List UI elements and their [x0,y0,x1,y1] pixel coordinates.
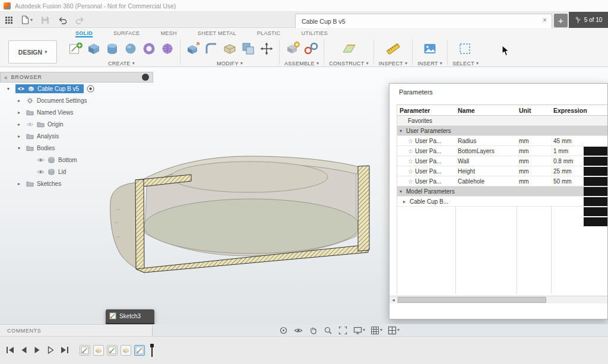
favorite-star-icon[interactable]: ☆ [408,148,413,154]
param-name[interactable]: BottomLayers [455,146,517,156]
eye-icon[interactable] [37,169,45,175]
file-menu-icon[interactable]: ▾ [21,15,33,24]
app-grid-icon[interactable] [5,16,13,24]
chevron-down-icon[interactable]: ▾ [400,189,404,194]
new-tab-button[interactable]: + [554,14,568,27]
browser-item-label[interactable]: Cable Cup B v5 [37,86,79,92]
extrude-button[interactable] [86,41,102,58]
timeline-position-marker[interactable] [150,344,154,357]
fillet-button[interactable] [204,41,219,58]
tab-sheet-metal[interactable]: SHEET METAL [198,30,236,37]
param-expression[interactable]: 45 mm [551,136,607,145]
eye-off-icon[interactable] [26,121,34,128]
browser-item-label[interactable]: Sketches [37,181,61,187]
tab-close-icon[interactable]: × [543,16,547,24]
param-name[interactable]: Cablehole [455,176,517,186]
browser-header[interactable]: « BROWSER [0,72,153,83]
expander-icon[interactable]: ▸ [18,98,23,103]
document-tab[interactable]: Cable Cup B v5 × [295,14,552,28]
minimize-browser-icon[interactable] [142,74,149,81]
table-row-height[interactable]: ☆User Pa... Height mm 25 mm [397,166,607,176]
column-header-unit[interactable]: Unit [517,105,551,115]
expander-icon[interactable]: ▸ [18,181,23,186]
tab-mesh[interactable]: MESH [161,30,177,37]
table-row-cable-cup[interactable]: ▸Cable Cup B... [397,197,607,207]
browser-row-sketches[interactable]: ▸ Sketches [0,178,153,189]
version-badge[interactable]: 5 of 10 [569,12,608,28]
step-back-button[interactable] [20,346,28,355]
activate-radio-icon[interactable] [87,85,94,93]
joint-button[interactable] [303,41,319,58]
param-name[interactable]: Wall [455,156,517,166]
table-row-wall[interactable]: ☆User Pa... Wall mm 0.8 mm [397,156,607,166]
group-label-inspect[interactable]: INSPECT▾ [379,61,407,67]
param-name[interactable]: Radius [455,136,517,145]
construction-plane-button[interactable] [341,41,357,58]
orbit-icon[interactable] [279,325,289,335]
workspace-selector[interactable]: DESIGN ▾ [8,40,57,64]
redo-icon[interactable] [75,16,85,24]
revolve-button[interactable] [104,41,120,58]
eye-icon[interactable] [17,86,25,92]
tab-plastic[interactable]: PLASTIC [257,30,281,37]
undo-icon[interactable] [58,16,67,24]
favorite-star-icon[interactable]: ☆ [408,168,413,175]
press-pull-button[interactable] [185,41,201,58]
zoom-icon[interactable] [324,325,333,335]
group-label-insert[interactable]: INSERT▾ [417,61,442,67]
new-component-button[interactable] [285,41,300,58]
timeline-extrude1-icon[interactable] [93,345,104,356]
expander-icon[interactable]: ▾ [18,145,23,151]
favorite-star-icon[interactable]: ☆ [408,138,413,144]
group-label-construct[interactable]: CONSTRUCT▾ [329,61,369,67]
param-name[interactable]: Height [455,166,517,176]
move-button[interactable] [259,41,274,58]
fit-icon[interactable] [338,325,348,335]
tab-solid[interactable]: SOLID [75,30,93,37]
group-label-assemble[interactable]: ASSEMBLE▾ [284,61,319,67]
browser-row-root[interactable]: ▾ Cable Cup B v5 [0,83,153,94]
combine-button[interactable] [240,41,256,58]
table-row-bottomlayers[interactable]: ☆User Pa... BottomLayers mm 1 mm [397,146,607,156]
expander-icon[interactable]: ▸ [18,110,23,115]
chevron-right-icon[interactable]: ▸ [403,199,408,204]
table-row-favorites[interactable]: Favorites [397,116,607,126]
browser-item-label[interactable]: Named Views [37,109,74,116]
column-header-parameter[interactable]: Parameter [397,105,455,115]
expander-icon[interactable]: ▾ [7,86,12,91]
table-row-cablehole[interactable]: ☆User Pa... Cablehole mm 50 mm [397,176,607,186]
chevron-down-icon[interactable]: ▾ [400,128,404,134]
browser-row-document-settings[interactable]: ▸ Document Settings [0,94,153,106]
favorite-star-icon[interactable]: ☆ [408,158,413,164]
sphere-button[interactable] [123,41,138,58]
favorite-star-icon[interactable]: ☆ [408,178,413,185]
table-row-radius[interactable]: ☆User Pa... Radius mm 45 mm [397,136,607,146]
browser-item-label[interactable]: Document Settings [37,97,87,104]
tab-surface[interactable]: SURFACE [113,30,140,37]
grid-settings-button[interactable]: ▾ [370,326,382,335]
insert-image-button[interactable] [422,41,438,58]
browser-item-label[interactable]: Lid [58,169,66,175]
go-to-start-button[interactable] [6,346,14,355]
group-label-select[interactable]: SELECT▾ [452,61,479,67]
save-icon[interactable] [41,16,49,24]
browser-item-label[interactable]: Bottom [58,157,77,163]
eye-icon[interactable] [37,157,45,163]
timeline-sketch1-icon[interactable] [80,345,90,356]
collapse-panel-icon[interactable]: « [4,74,8,81]
browser-row-analysis[interactable]: ▸ Analysis [0,130,153,142]
viewports-button[interactable]: ▾ [388,326,400,335]
browser-item-label[interactable]: Origin [48,121,64,128]
group-label-modify[interactable]: MODIFY▾ [217,61,243,67]
browser-item-label[interactable]: Bodies [37,145,55,151]
pan-icon[interactable] [309,325,318,335]
go-to-end-button[interactable] [61,346,69,355]
timeline-sketch3-icon[interactable] [134,345,145,356]
timeline-extrude2-icon[interactable] [121,345,131,356]
column-header-name[interactable]: Name [455,105,517,115]
table-row-model-parameters[interactable]: ▾Model Parameters [397,186,607,197]
table-row-user-parameters[interactable]: ▾User Parameters [397,126,607,136]
play-button[interactable] [33,346,42,355]
comments-bar[interactable]: COMMENTS [0,324,153,336]
scrollbar-thumb[interactable] [398,297,546,303]
